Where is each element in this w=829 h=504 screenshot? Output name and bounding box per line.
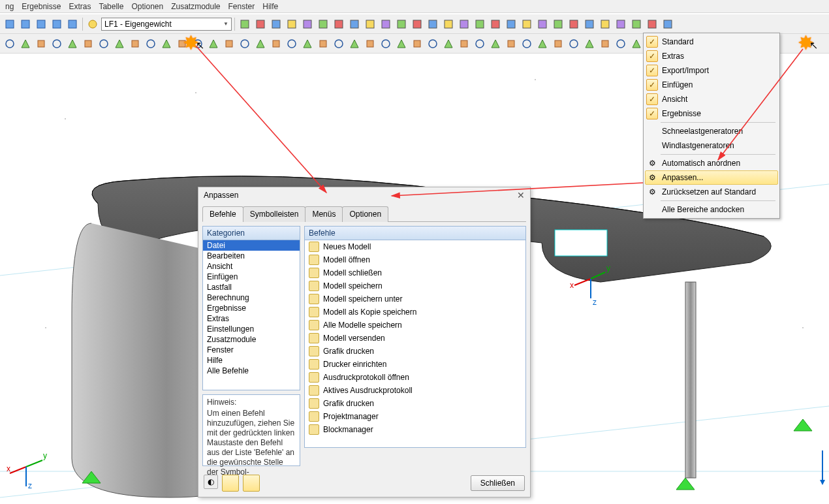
menu-item[interactable]: Tabelle	[95, 1, 127, 12]
ctx-item-standard[interactable]: ✓Standard	[645, 35, 778, 49]
category-item[interactable]: Fenster	[203, 345, 300, 355]
menu-item[interactable]: Ergebnisse	[18, 1, 65, 12]
toolbar-button[interactable]	[426, 37, 440, 51]
category-item[interactable]: Einstellungen	[203, 324, 300, 334]
toolbar-button[interactable]	[159, 37, 174, 51]
menu-item[interactable]: Optionen	[127, 1, 167, 12]
toolbar-button[interactable]	[441, 17, 456, 31]
toolbar-button[interactable]	[238, 17, 252, 31]
toolbar-button[interactable]	[269, 37, 283, 51]
toolbar-button[interactable]	[300, 17, 315, 31]
category-item[interactable]: Hilfe	[203, 355, 300, 366]
toolbar-button[interactable]	[332, 17, 346, 31]
command-item[interactable]: Grafik drucken	[305, 397, 525, 410]
menu-item[interactable]: Extras	[65, 1, 95, 12]
ctx-item-anpassen[interactable]: ⚙Anpassen...	[645, 170, 778, 185]
category-item[interactable]: Bearbeiten	[203, 251, 300, 261]
toolbar-button[interactable]	[81, 37, 95, 51]
ctx-item-ergebnisse[interactable]: ✓Ergebnisse	[645, 106, 778, 121]
toolbar-button[interactable]	[614, 17, 628, 31]
toolbar-button[interactable]	[3, 37, 17, 51]
toolbar-button[interactable]	[332, 37, 346, 51]
toolbar-button[interactable]	[535, 17, 550, 31]
toolbar-button[interactable]	[347, 37, 362, 51]
toolbar-button[interactable]	[50, 17, 64, 31]
toolbar-button[interactable]	[34, 17, 48, 31]
command-item[interactable]: Modell speichern	[305, 279, 525, 292]
toolbar-button[interactable]	[175, 37, 189, 51]
command-item[interactable]: Neues Modell	[305, 240, 525, 253]
category-item[interactable]: Datei	[203, 240, 300, 251]
menu-item[interactable]: Zusatzmodule	[167, 1, 224, 12]
toolbar-button[interactable]	[535, 37, 550, 51]
category-item[interactable]: Alle Befehle	[203, 366, 300, 376]
toolbar-button[interactable]	[645, 17, 659, 31]
toolbar-button[interactable]	[97, 37, 111, 51]
ctx-item-export[interactable]: ✓Export/Import	[645, 63, 778, 78]
toolbar-button[interactable]	[34, 37, 48, 51]
category-item[interactable]: Zusatzmodule	[203, 334, 300, 345]
command-item[interactable]: Alle Modelle speichern	[305, 319, 525, 332]
toolbar-button[interactable]	[598, 37, 612, 51]
ctx-item-einfuegen[interactable]: ✓Einfügen	[645, 78, 778, 92]
toolbar-button[interactable]	[112, 37, 127, 51]
tab-menues[interactable]: Menüs	[305, 206, 343, 222]
toolbar-button[interactable]	[379, 17, 393, 31]
toolbar-button[interactable]	[488, 37, 503, 51]
close-button[interactable]: Schließen	[471, 475, 525, 491]
loadcase-dropdown[interactable]: LF1 - Eigengewicht ▼	[101, 18, 232, 31]
tab-optionen[interactable]: Optionen	[342, 206, 388, 222]
toolbar-button[interactable]	[504, 37, 518, 51]
toolbar-button[interactable]	[410, 37, 424, 51]
toolbar-button[interactable]	[473, 37, 487, 51]
toolbar-button[interactable]	[253, 37, 268, 51]
toolbar-button[interactable]	[50, 37, 64, 51]
toolbar-button[interactable]	[520, 37, 534, 51]
toolbar-button[interactable]	[551, 37, 565, 51]
ctx-item-ansicht[interactable]: ✓Ansicht	[645, 92, 778, 106]
toolbar-button[interactable]	[65, 37, 80, 51]
menu-item[interactable]: Hilfe	[258, 1, 282, 12]
toolbar-button[interactable]	[582, 17, 597, 31]
toolbar-button[interactable]	[441, 37, 456, 51]
toolbar-button[interactable]	[300, 37, 315, 51]
toolbar-button[interactable]	[86, 17, 100, 31]
command-item[interactable]: Projektmanager	[305, 410, 525, 423]
commands-list[interactable]: Neues ModellModell öffnenModell schließe…	[305, 240, 525, 447]
command-item[interactable]: Modell schließen	[305, 266, 525, 279]
categories-list[interactable]: DateiBearbeitenAnsichtEinfügenLastfallBe…	[203, 240, 300, 390]
ctx-item-schnee[interactable]: Schneelastgeneratoren	[645, 124, 778, 138]
command-item[interactable]: Ausdruckprotokoll öffnen	[305, 371, 525, 384]
help-button[interactable]: ◐	[204, 475, 218, 489]
ctx-item-reset[interactable]: ⚙Zurücksetzen auf Standard	[645, 185, 778, 199]
toolbar-button[interactable]	[410, 17, 424, 31]
command-item[interactable]: Aktives Ausdruckprotokoll	[305, 384, 525, 397]
tab-symbolleisten[interactable]: Symbolleisten	[243, 206, 306, 222]
tab-befehle[interactable]: Befehle	[202, 206, 243, 222]
toolbar-button[interactable]	[253, 17, 268, 31]
toolbar-button[interactable]	[488, 17, 503, 31]
toolbar-button[interactable]	[661, 17, 675, 31]
toolbar-button[interactable]	[285, 37, 299, 51]
toolbar-button[interactable]	[457, 17, 471, 31]
command-item[interactable]: Blockmanager	[305, 423, 525, 436]
ctx-item-auto[interactable]: ⚙Automatisch anordnen	[645, 156, 778, 170]
command-item[interactable]: Modell speichern unter	[305, 292, 525, 306]
toolbar-button[interactable]	[426, 17, 440, 31]
toolbar-button[interactable]	[316, 37, 330, 51]
toolbar-button[interactable]	[394, 17, 409, 31]
close-icon[interactable]: ✕	[517, 190, 525, 200]
toolbar-button[interactable]	[3, 17, 17, 31]
category-item[interactable]: Einfügen	[203, 272, 300, 282]
toolbar-button[interactable]	[206, 37, 221, 51]
menu-item[interactable]: ng	[1, 1, 18, 12]
ctx-item-extras[interactable]: ✓Extras	[645, 49, 778, 63]
toolbar-button[interactable]	[18, 37, 33, 51]
toolbar-button[interactable]	[582, 37, 597, 51]
menu-item[interactable]: Fenster	[225, 1, 259, 12]
category-item[interactable]: Ergebnisse	[203, 303, 300, 313]
toolbar-button[interactable]	[520, 17, 534, 31]
toolbar-button[interactable]	[285, 17, 299, 31]
toolbar-button[interactable]	[394, 37, 409, 51]
tool-button-1[interactable]	[222, 475, 239, 492]
